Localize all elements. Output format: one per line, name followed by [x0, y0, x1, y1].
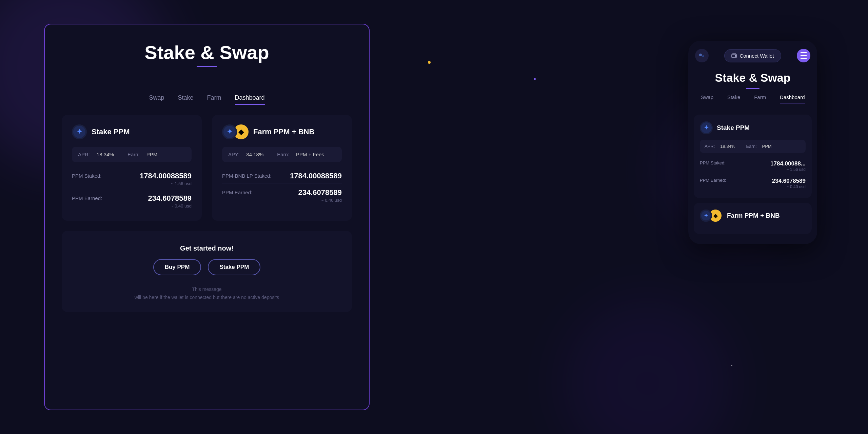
- stake-card: ✦ Stake PPM APR: 18.34% Earn: PPM PPM St…: [62, 115, 202, 221]
- decorative-dot: [428, 61, 431, 64]
- ppm-farm-icon: ✦: [222, 124, 237, 139]
- mobile-page-title: Stake & Swap: [688, 68, 817, 86]
- mobile-farm-icons: ✦ ◆: [700, 210, 722, 222]
- svg-rect-10: [735, 55, 736, 57]
- mobile-earn-value: PPM: [762, 144, 772, 149]
- connect-wallet-button[interactable]: Connect Wallet: [724, 49, 781, 62]
- svg-text:✦: ✦: [704, 124, 709, 131]
- mobile-ppm-staked-row: PPM Staked: 1784.00088... ~ 1.56 usd: [700, 157, 806, 174]
- mobile-ppm-earned-row: PPM Earned: 234.6078589 ~ 0.40 usd: [700, 174, 806, 191]
- farm-earned-value: 234.6078589 ~ 0.40 usd: [298, 188, 342, 203]
- mobile-ppm-staked-label: PPM Staked:: [700, 160, 726, 165]
- bottom-message: This message will be here if the wallet …: [72, 285, 342, 302]
- mobile-nav: Swap Stake Farm Dashboard: [688, 94, 817, 109]
- mobile-tab-farm[interactable]: Farm: [754, 94, 766, 103]
- mobile-ppm-earned-value: 234.6078589 ~ 0.40 usd: [772, 178, 806, 189]
- mobile-panel: Connect Wallet Stake & Swap Swap Stake F…: [688, 41, 817, 244]
- mobile-tab-stake[interactable]: Stake: [727, 94, 740, 103]
- mobile-apr-value: 18.34%: [720, 144, 735, 149]
- ppm-earned-value: 234.6078589 ~ 0.40 usd: [148, 194, 192, 209]
- ppm-staked-row: PPM Staked: 1784.00088589 ~ 1.56 usd: [72, 167, 192, 189]
- apy-value: 34.18%: [246, 152, 263, 157]
- svg-point-8: [702, 55, 704, 57]
- svg-text:✦: ✦: [77, 128, 82, 135]
- ppm-icon: ✦: [72, 124, 87, 139]
- svg-point-7: [699, 54, 702, 56]
- tab-dashboard[interactable]: Dashboard: [235, 94, 265, 105]
- wallet-icon: [731, 53, 737, 58]
- decorative-dot: [534, 78, 536, 80]
- tab-farm[interactable]: Farm: [207, 94, 221, 105]
- farm-card-title: Farm PPM + BNB: [253, 127, 314, 136]
- stake-card-title: Stake PPM: [92, 127, 130, 136]
- mobile-farm-card: ✦ ◆ Farm PPM + BNB: [694, 203, 812, 234]
- desktop-panel: Stake & Swap Swap Stake Farm Dashboard ✦…: [44, 24, 370, 410]
- tab-stake[interactable]: Stake: [178, 94, 193, 105]
- farm-card: ✦ ◆ Farm PPM + BNB APY: 34.18% Earn: PPM…: [212, 115, 352, 221]
- svg-text:✦: ✦: [227, 128, 233, 135]
- mobile-stake-title: Stake PPM: [717, 124, 750, 132]
- farm-earned-row: PPM Earned: 234.6078589 ~ 0.40 usd: [222, 183, 342, 205]
- hamburger-icon: [801, 52, 807, 60]
- mobile-tab-swap[interactable]: Swap: [701, 94, 713, 103]
- earn-value: PPM: [146, 152, 158, 157]
- farm-icons: ✦ ◆: [222, 124, 249, 139]
- mobile-ppm-staked-value: 1784.00088... ~ 1.56 usd: [770, 160, 806, 172]
- bottom-section: Get started now! Buy PPM Stake PPM This …: [62, 231, 352, 312]
- ppm-earned-label: PPM Earned:: [72, 194, 102, 201]
- title-underline: [197, 66, 217, 67]
- mobile-tab-dashboard[interactable]: Dashboard: [780, 94, 805, 103]
- apr-label: APR:: [78, 152, 90, 157]
- decorative-dot: [731, 365, 732, 366]
- lp-staked-row: PPM-BNB LP Staked: 1784.00088589: [222, 167, 342, 183]
- farm-apy-row: APY: 34.18% Earn: PPM + Fees: [222, 147, 342, 162]
- mobile-ppm-farm-icon: ✦: [700, 210, 712, 222]
- page-title: Stake & Swap: [45, 24, 369, 63]
- apy-label: APY:: [228, 152, 239, 157]
- ppm-staked-label: PPM Staked:: [72, 172, 102, 179]
- connect-wallet-label: Connect Wallet: [739, 53, 774, 59]
- earn-label: Earn:: [127, 152, 140, 157]
- mobile-farm-title: Farm PPM + BNB: [727, 212, 780, 219]
- svg-point-6: [697, 51, 707, 60]
- mobile-stake-card: ✦ Stake PPM APR: 18.34% Earn: PPM PPM St…: [694, 115, 812, 198]
- bottom-buttons: Buy PPM Stake PPM: [72, 259, 342, 275]
- farm-earn-value: PPM + Fees: [296, 152, 324, 157]
- desktop-nav: Swap Stake Farm Dashboard: [45, 81, 369, 105]
- mobile-topbar: Connect Wallet: [688, 41, 817, 68]
- mobile-ppm-icon: ✦: [700, 121, 713, 134]
- stake-card-header: ✦ Stake PPM: [72, 124, 192, 139]
- buy-ppm-button[interactable]: Buy PPM: [153, 259, 201, 275]
- get-started-title: Get started now!: [72, 244, 342, 252]
- mobile-ppm-earned-label: PPM Earned:: [700, 178, 726, 183]
- cards-container: ✦ Stake PPM APR: 18.34% Earn: PPM PPM St…: [45, 115, 369, 221]
- mobile-farm-header: ✦ ◆ Farm PPM + BNB: [700, 210, 806, 222]
- stake-ppm-button[interactable]: Stake PPM: [208, 259, 260, 275]
- mobile-stake-info: APR: 18.34% Earn: PPM: [700, 140, 806, 153]
- stake-apr-row: APR: 18.34% Earn: PPM: [72, 147, 192, 162]
- mobile-earn-label: Earn:: [746, 144, 756, 149]
- apr-value: 18.34%: [97, 152, 114, 157]
- ppm-earned-row: PPM Earned: 234.6078589 ~ 0.40 usd: [72, 189, 192, 211]
- farm-card-header: ✦ ◆ Farm PPM + BNB: [222, 124, 342, 139]
- tab-swap[interactable]: Swap: [149, 94, 164, 105]
- mobile-stake-header: ✦ Stake PPM: [700, 121, 806, 134]
- svg-text:✦: ✦: [704, 213, 708, 218]
- mobile-apr-label: APR:: [705, 144, 715, 149]
- farm-earn-label: Earn:: [277, 152, 289, 157]
- lp-staked-value: 1784.00088589: [290, 172, 342, 180]
- mobile-menu-button[interactable]: [797, 49, 810, 62]
- mobile-title-underline: [746, 88, 760, 89]
- farm-earned-label: PPM Earned:: [222, 188, 252, 195]
- mobile-logo: [695, 49, 709, 62]
- lp-staked-label: PPM-BNB LP Staked:: [222, 172, 272, 179]
- ppm-staked-value: 1784.00088589 ~ 1.56 usd: [140, 172, 192, 186]
